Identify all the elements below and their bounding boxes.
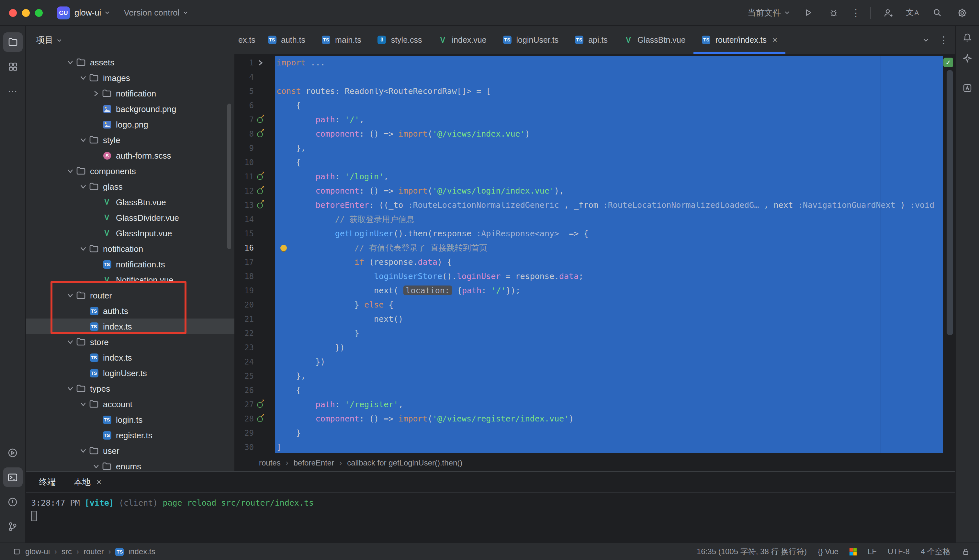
gutter-line-28[interactable]: 28	[234, 412, 275, 426]
code-line-22[interactable]: }	[275, 326, 943, 340]
gutter-line-5[interactable]: 5	[234, 84, 275, 98]
tree-item-store[interactable]: store	[26, 334, 234, 350]
project-panel-header[interactable]: 项目	[26, 26, 234, 54]
tree-item-loginUser.ts[interactable]: TSloginUser.ts	[26, 365, 234, 381]
gutter-line-18[interactable]: 18	[234, 269, 275, 283]
gutter-line-9[interactable]: 9	[234, 141, 275, 155]
more-tools-icon[interactable]: ⋯	[3, 82, 22, 101]
tree-item-register.ts[interactable]: TSregister.ts	[26, 427, 234, 443]
gutter-line-20[interactable]: 20	[234, 298, 275, 312]
project-folder-icon[interactable]	[3, 32, 22, 52]
colored-squares-icon[interactable]	[849, 548, 857, 555]
tab-style.css[interactable]: 3style.css	[369, 26, 430, 54]
tool-windows-icon[interactable]	[3, 57, 22, 77]
tree-item-GlassDivider.vue[interactable]: VGlassDivider.vue	[26, 210, 234, 225]
code-line-28[interactable]: component: () => import('@/views/registe…	[275, 412, 943, 426]
gutter-line-15[interactable]: 15	[234, 227, 275, 241]
tree-chevron-icon[interactable]	[78, 443, 89, 458]
terminal-tab-local[interactable]: 本地 ×	[74, 476, 101, 488]
code-line-25[interactable]: },	[275, 369, 943, 383]
code-line-13[interactable]: beforeEnter: ((_to :RouteLocationNormali…	[275, 198, 943, 212]
tree-item-index.ts[interactable]: TSindex.ts	[26, 350, 234, 365]
tree-item-index.ts[interactable]: TSindex.ts	[26, 318, 234, 334]
route-gutter-icon[interactable]	[257, 188, 263, 194]
close-tab-icon[interactable]: ×	[772, 35, 777, 45]
tree-chevron-icon[interactable]	[65, 381, 76, 396]
gutter-line-16[interactable]: 16	[234, 241, 275, 255]
close-icon[interactable]: ×	[97, 477, 101, 487]
tree-chevron-icon[interactable]	[65, 54, 76, 70]
tree-item-user[interactable]: user	[26, 443, 234, 458]
code-line-29[interactable]: }	[275, 426, 943, 440]
tree-item-images[interactable]: images	[26, 70, 234, 85]
tree-scrollbar[interactable]	[227, 103, 231, 249]
close-window-icon[interactable]	[9, 9, 17, 17]
gutter-line-27[interactable]: 27	[234, 398, 275, 412]
tab-loginUser.ts[interactable]: TSloginUser.ts	[494, 26, 567, 54]
tree-item-GlassBtn.vue[interactable]: VGlassBtn.vue	[26, 194, 234, 210]
gutter-line-11[interactable]: 11	[234, 170, 275, 184]
tree-item-assets[interactable]: assets	[26, 54, 234, 70]
readonly-lock-icon[interactable]	[962, 547, 970, 556]
code-line-30[interactable]: ]	[275, 440, 943, 455]
translate-icon[interactable]: 文A	[906, 7, 919, 18]
tree-item-auth.ts[interactable]: TSauth.ts	[26, 303, 234, 318]
tree-chevron-icon[interactable]	[65, 334, 76, 350]
debug-icon[interactable]	[826, 5, 841, 20]
more-actions-icon[interactable]: ⋮	[851, 7, 861, 18]
gutter-line-24[interactable]: 24	[234, 355, 275, 369]
tree-item-notification.ts[interactable]: TSnotification.ts	[26, 257, 234, 272]
caret-position[interactable]: 16:35 (1005 字符, 38 行 换行符)	[697, 546, 807, 557]
code-line-9[interactable]: },	[275, 141, 943, 155]
tab-options-icon[interactable]: ⋮	[939, 34, 949, 46]
indent-setting[interactable]: 4 个空格	[921, 546, 951, 557]
code-line-20[interactable]: } else {	[275, 298, 943, 312]
tree-item-Notification.vue[interactable]: VNotification.vue	[26, 272, 234, 287]
tab-ex.ts[interactable]: ex.ts	[234, 26, 259, 54]
tab-router/index.ts[interactable]: TSrouter/index.ts×	[694, 26, 786, 54]
run-icon[interactable]	[801, 5, 816, 20]
run-configuration-selector[interactable]: 当前文件	[747, 7, 791, 18]
gutter-line-7[interactable]: 7	[234, 113, 275, 127]
code-line-8[interactable]: component: () => import('@/views/index.v…	[275, 127, 943, 141]
tab-index.vue[interactable]: Vindex.vue	[430, 26, 494, 54]
tree-item-style[interactable]: style	[26, 132, 234, 148]
route-gutter-icon[interactable]	[257, 174, 263, 180]
terminal-output[interactable]: 3:28:47 PM [vite] (client) page reload s…	[26, 493, 955, 543]
gutter-line-21[interactable]: 21	[234, 312, 275, 326]
gutter-line-4[interactable]: 4	[234, 70, 275, 84]
tree-item-components[interactable]: components	[26, 163, 234, 179]
route-gutter-icon[interactable]	[257, 131, 263, 137]
breadcrumb-item[interactable]: callback for getLoginUser().then()	[347, 458, 462, 467]
code-line-12[interactable]: component: () => import('@/views/login/i…	[275, 184, 943, 198]
settings-gear-icon[interactable]	[954, 5, 970, 20]
gutter-line-23[interactable]: 23	[234, 340, 275, 355]
minimize-window-icon[interactable]	[22, 9, 30, 17]
gutter-line-1[interactable]: 1	[234, 56, 275, 70]
code-line-4[interactable]	[275, 70, 943, 84]
tree-item-account[interactable]: account	[26, 396, 234, 412]
project-menu[interactable]: glow-ui	[75, 8, 111, 17]
tree-chevron-icon[interactable]	[78, 396, 89, 412]
status-path-item[interactable]: index.ts	[128, 547, 155, 556]
version-control-menu[interactable]: Version control	[123, 8, 189, 17]
line-separator[interactable]: LF	[867, 547, 877, 556]
inspections-ok-icon[interactable]: ✓	[943, 58, 953, 67]
file-encoding[interactable]: UTF-8	[888, 547, 910, 556]
code-line-5[interactable]: const routes: Readonly<RouteRecordRaw[]>…	[275, 84, 943, 98]
vue-service-status[interactable]: {} Vue	[818, 547, 839, 556]
tab-GlassBtn.vue[interactable]: VGlassBtn.vue	[615, 26, 694, 54]
code-line-6[interactable]: {	[275, 98, 943, 113]
gutter-line-26[interactable]: 26	[234, 383, 275, 398]
gutter-line-13[interactable]: 13	[234, 198, 275, 212]
gutter-line-19[interactable]: 19	[234, 283, 275, 298]
code-line-19[interactable]: next( location: {path: '/'});	[275, 283, 943, 298]
tree-chevron-icon[interactable]	[65, 163, 76, 179]
search-icon[interactable]	[929, 5, 945, 20]
terminal-tool-label[interactable]: 终端	[39, 476, 56, 488]
code-line-15[interactable]: getLoginUser().then(response :ApiRespons…	[275, 227, 943, 241]
code-line-1[interactable]: import ...	[275, 56, 943, 70]
gutter-line-8[interactable]: 8	[234, 127, 275, 141]
code-line-26[interactable]: {	[275, 383, 943, 398]
code-line-18[interactable]: loginUserStore().loginUser = response.da…	[275, 269, 943, 283]
